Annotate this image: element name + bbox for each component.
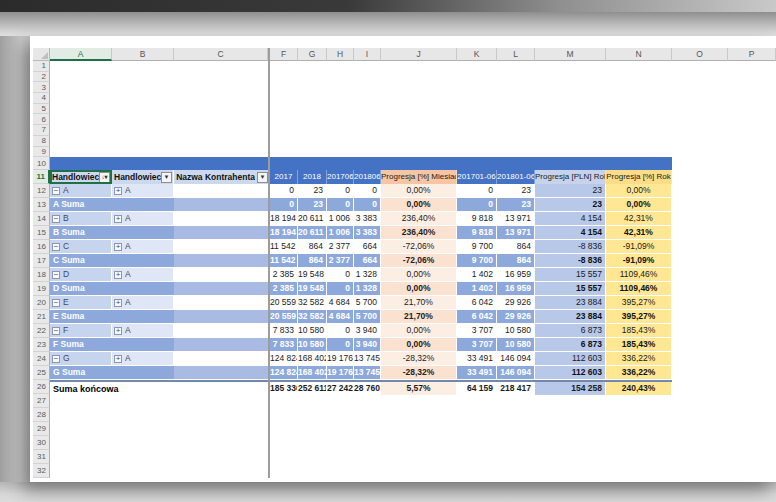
collapse-icon[interactable]: − [52, 355, 60, 363]
expand-icon[interactable]: + [114, 215, 122, 223]
row-header-21[interactable]: 21 [33, 310, 50, 324]
column-header-C[interactable]: C [174, 48, 268, 61]
row-header-5[interactable]: 5 [33, 104, 50, 115]
pivot-cell: 124 824 [270, 366, 298, 380]
column-header-K[interactable]: K [457, 48, 497, 61]
pivot-subgroup-cell: +A [112, 212, 174, 226]
dropdown-filter-icon[interactable]: ▼ [161, 172, 172, 183]
pivot-cell: 13 971 [497, 226, 535, 240]
pivot-column-header[interactable]: Progresja [%] Rok [606, 170, 672, 184]
dropdown-filter-icon[interactable]: ▼ [257, 172, 268, 183]
row-header-30[interactable]: 30 [33, 436, 50, 450]
row-header-13[interactable]: 13 [33, 198, 50, 212]
expand-icon[interactable]: + [114, 243, 122, 251]
pivot-cell: 42,31% [606, 212, 672, 226]
row-header-26[interactable]: 26 [33, 380, 50, 394]
row-header-25[interactable]: 25 [33, 366, 50, 380]
column-header-G[interactable]: G [298, 48, 327, 61]
row-header-28[interactable]: 28 [33, 408, 50, 422]
pivot-field-label: Handlowiec [52, 171, 99, 184]
pivot-field-handlowiec2[interactable]: Handlowiec2▼ [112, 170, 174, 184]
expand-icon[interactable]: + [114, 271, 122, 279]
pivot-column-header[interactable]: 2018 [298, 170, 327, 184]
collapse-icon[interactable]: − [52, 187, 60, 195]
pivot-column-header[interactable]: Progresja [PLN] Rok [535, 170, 606, 184]
row-header-29[interactable]: 29 [33, 422, 50, 436]
row-header-16[interactable]: 16 [33, 240, 50, 254]
row-header-11[interactable]: 11 [33, 170, 50, 184]
pivot-column-header[interactable]: 201801-06 [497, 170, 535, 184]
row-header-24[interactable]: 24 [33, 352, 50, 366]
row-header-15[interactable]: 15 [33, 226, 50, 240]
row-header-22[interactable]: 22 [33, 324, 50, 338]
collapse-icon[interactable]: − [52, 299, 60, 307]
column-header-H[interactable]: H [327, 48, 354, 61]
row-header-27[interactable]: 27 [33, 394, 50, 408]
sort-filter-icon[interactable]: ↓▾ [99, 172, 110, 183]
column-header-I[interactable]: I [354, 48, 381, 61]
contractor-cell [174, 268, 270, 282]
pivot-column-header[interactable]: 201806 [354, 170, 381, 184]
column-header-N[interactable]: N [606, 48, 672, 61]
pivot-column-header[interactable]: Progresja [%] Miesiac [381, 170, 457, 184]
pivot-column-header[interactable]: 201701-06 [457, 170, 497, 184]
collapse-icon[interactable]: − [52, 243, 60, 251]
column-header-J[interactable]: J [381, 48, 457, 61]
expand-icon[interactable]: + [114, 187, 122, 195]
collapse-icon[interactable]: − [52, 327, 60, 335]
row-header-6[interactable]: 6 [33, 114, 50, 125]
group-name: E [63, 296, 69, 309]
row-header-10[interactable]: 10 [33, 157, 50, 170]
row-header-4[interactable]: 4 [33, 93, 50, 104]
pivot-column-header[interactable]: 2017 [270, 170, 298, 184]
select-all-corner[interactable] [33, 48, 50, 61]
pivot-cell: 0,00% [606, 184, 672, 198]
column-header-M[interactable]: M [535, 48, 606, 61]
row-header-1[interactable]: 1 [33, 61, 50, 72]
pivot-subgroup-cell: +A [112, 268, 174, 282]
collapse-icon[interactable]: − [52, 271, 60, 279]
pivot-column-header[interactable]: 201706 [327, 170, 354, 184]
row-header-23[interactable]: 23 [33, 338, 50, 352]
column-header-P[interactable]: P [728, 48, 776, 61]
row-header-19[interactable]: 19 [33, 282, 50, 296]
column-header-A[interactable]: A [50, 48, 112, 61]
row-header-17[interactable]: 17 [33, 254, 50, 268]
pivot-cell: 3 383 [354, 226, 381, 240]
row-header-9[interactable]: 9 [33, 147, 50, 158]
suma-row-label: B Suma [50, 226, 174, 240]
pivot-cell: 3 383 [354, 212, 381, 226]
pivot-header-row: Handlowiec↓▾Handlowiec2▼Nazwa Kontrahent… [50, 170, 776, 184]
pivot-cell: 0,00% [381, 282, 457, 296]
window-bottom-shadow [0, 482, 776, 502]
row-header-12[interactable]: 12 [33, 184, 50, 198]
expand-icon[interactable]: + [114, 299, 122, 307]
row-header-3[interactable]: 3 [33, 82, 50, 93]
excel-window: Wszystko Handlowiec 2018 6 Odśwież ABCFG… [30, 36, 776, 482]
suma-row-label: E Suma [50, 310, 174, 324]
row-header-14[interactable]: 14 [33, 212, 50, 226]
column-header-B[interactable]: B [112, 48, 174, 61]
row-header-20[interactable]: 20 [33, 296, 50, 310]
suma-row-label: G Suma [50, 366, 174, 380]
row-header-7[interactable]: 7 [33, 125, 50, 136]
row-header-2[interactable]: 2 [33, 72, 50, 83]
column-header-L[interactable]: L [497, 48, 535, 61]
total-cell: 240,43% [606, 382, 672, 396]
column-header-F[interactable]: F [270, 48, 298, 61]
row-header-8[interactable]: 8 [33, 136, 50, 147]
collapse-icon[interactable]: − [52, 215, 60, 223]
expand-icon[interactable]: + [114, 327, 122, 335]
pivot-cell: 18 194 [270, 212, 298, 226]
column-header-O[interactable]: O [672, 48, 728, 61]
pivot-field-label: Handlowiec2 [114, 171, 161, 184]
pivot-cell: 29 926 [497, 310, 535, 324]
row-header-18[interactable]: 18 [33, 268, 50, 282]
expand-icon[interactable]: + [114, 355, 122, 363]
pivot-field-handlowiec[interactable]: Handlowiec↓▾ [50, 170, 112, 184]
row-header-32[interactable]: 32 [33, 464, 50, 478]
pivot-suma-row: F Suma7 83310 58003 9400,00%3 70710 5806… [50, 338, 776, 352]
row-header-31[interactable]: 31 [33, 450, 50, 464]
pivot-field-nazwa-kontrahenta[interactable]: Nazwa Kontrahenta▼ [174, 170, 270, 184]
empty-rows-top [50, 61, 776, 157]
